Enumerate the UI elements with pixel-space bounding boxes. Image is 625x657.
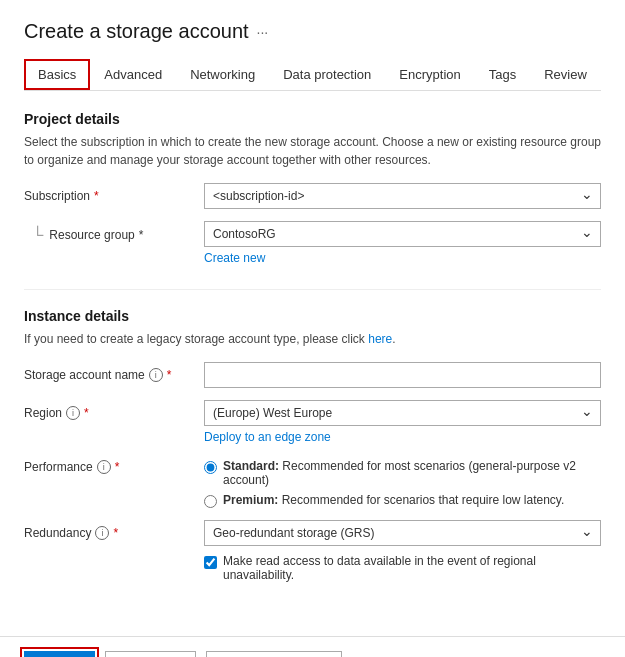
performance-label: Performance <box>24 460 93 474</box>
tab-encryption[interactable]: Encryption <box>385 59 474 90</box>
performance-radio-group: Standard: Recommended for most scenarios… <box>204 456 601 508</box>
resource-group-label: Resource group <box>49 228 134 242</box>
storage-account-name-label: Storage account name <box>24 368 145 382</box>
instance-details-desc: If you need to create a legacy storage a… <box>24 330 601 348</box>
page-title-ellipsis[interactable]: ··· <box>257 24 269 40</box>
tab-data-protection[interactable]: Data protection <box>269 59 385 90</box>
storage-name-info-icon[interactable]: i <box>149 368 163 382</box>
performance-row: Performance i * Standard: Recommended fo… <box>24 456 601 508</box>
footer-bar: Review < Previous Next : Advanced > <box>0 636 625 657</box>
redundancy-row: Redundancy i * Geo-redundant storage (GR… <box>24 520 601 582</box>
indent-bracket: └ <box>32 227 43 243</box>
tab-review[interactable]: Review <box>530 59 601 90</box>
region-info-icon[interactable]: i <box>66 406 80 420</box>
region-select[interactable]: (Europe) West Europe <box>204 400 601 426</box>
performance-premium-radio[interactable] <box>204 495 217 508</box>
tab-networking[interactable]: Networking <box>176 59 269 90</box>
resource-group-required: * <box>139 228 144 242</box>
subscription-required: * <box>94 189 99 203</box>
resource-group-row: └ Resource group * ContosoRG Create new <box>24 221 601 265</box>
create-new-link[interactable]: Create new <box>204 251 265 265</box>
region-row: Region i * (Europe) West Europe Deploy t… <box>24 400 601 444</box>
page-title: Create a storage account <box>24 20 249 43</box>
subscription-row: Subscription * <subscription-id> <box>24 183 601 209</box>
divider-1 <box>24 289 601 290</box>
performance-standard-radio[interactable] <box>204 461 217 474</box>
redundancy-checkbox-row: Make read access to data available in th… <box>204 554 601 582</box>
instance-details-title: Instance details <box>24 308 601 324</box>
review-button[interactable]: Review <box>24 651 95 657</box>
region-label: Region <box>24 406 62 420</box>
storage-account-name-input[interactable]: contosovmsacct1910171607 <box>204 362 601 388</box>
region-required: * <box>84 406 89 420</box>
performance-info-icon[interactable]: i <box>97 460 111 474</box>
project-details-title: Project details <box>24 111 601 127</box>
deploy-edge-link[interactable]: Deploy to an edge zone <box>204 430 331 444</box>
performance-control: Standard: Recommended for most scenarios… <box>204 456 601 508</box>
project-details-section: Project details Select the subscription … <box>24 111 601 265</box>
read-access-label: Make read access to data available in th… <box>223 554 601 582</box>
subscription-select[interactable]: <subscription-id> <box>204 183 601 209</box>
next-button[interactable]: Next : Advanced > <box>206 651 342 657</box>
resource-group-control: ContosoRG Create new <box>204 221 601 265</box>
read-access-checkbox[interactable] <box>204 556 217 569</box>
tabs-bar: Basics Advanced Networking Data protecti… <box>24 59 601 91</box>
performance-premium-label: Premium: Recommended for scenarios that … <box>223 493 564 507</box>
redundancy-required: * <box>113 526 118 540</box>
tab-tags[interactable]: Tags <box>475 59 530 90</box>
here-link[interactable]: here <box>368 332 392 346</box>
performance-required: * <box>115 460 120 474</box>
storage-name-required: * <box>167 368 172 382</box>
redundancy-info-icon[interactable]: i <box>95 526 109 540</box>
resource-group-select[interactable]: ContosoRG <box>204 221 601 247</box>
subscription-label: Subscription <box>24 189 90 203</box>
region-control: (Europe) West Europe Deploy to an edge z… <box>204 400 601 444</box>
performance-premium-option: Premium: Recommended for scenarios that … <box>204 493 601 508</box>
storage-account-name-control: contosovmsacct1910171607 <box>204 362 601 388</box>
subscription-control: <subscription-id> <box>204 183 601 209</box>
performance-standard-label: Standard: Recommended for most scenarios… <box>223 459 601 487</box>
instance-details-section: Instance details If you need to create a… <box>24 308 601 582</box>
previous-button[interactable]: < Previous <box>105 651 197 657</box>
storage-account-name-row: Storage account name i * contosovmsacct1… <box>24 362 601 388</box>
project-details-desc: Select the subscription in which to crea… <box>24 133 601 169</box>
redundancy-control: Geo-redundant storage (GRS) Make read ac… <box>204 520 601 582</box>
tab-basics[interactable]: Basics <box>24 59 90 90</box>
performance-standard-option: Standard: Recommended for most scenarios… <box>204 459 601 487</box>
redundancy-label: Redundancy <box>24 526 91 540</box>
tab-advanced[interactable]: Advanced <box>90 59 176 90</box>
redundancy-select[interactable]: Geo-redundant storage (GRS) <box>204 520 601 546</box>
